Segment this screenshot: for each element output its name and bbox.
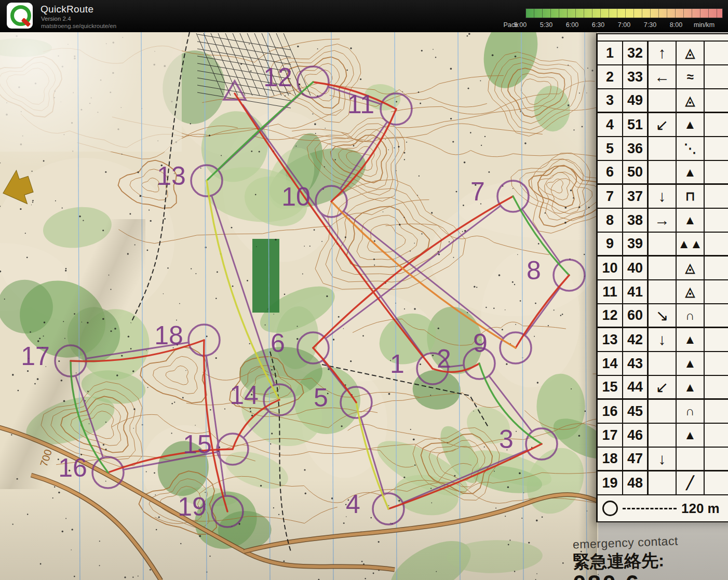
extra-cell xyxy=(705,400,728,423)
control-code: 41 xyxy=(623,280,649,303)
control-number: 9 xyxy=(598,233,623,255)
map-margin xyxy=(0,32,182,152)
control-code: 42 xyxy=(623,328,649,351)
control-code: 40 xyxy=(623,257,649,279)
svg-text:6: 6 xyxy=(271,329,285,358)
extra-cell xyxy=(705,376,728,398)
feature-symbol: ▲ xyxy=(677,424,705,447)
feature-symbol: ▲ xyxy=(677,328,705,351)
control-sheet-header-cut xyxy=(598,34,728,42)
extra-cell xyxy=(705,257,728,279)
feature-symbol: ▲ xyxy=(677,209,705,232)
feature-symbol: ╱ xyxy=(677,471,705,494)
svg-text:5: 5 xyxy=(314,383,328,412)
scale-distance-label: 120 m xyxy=(681,501,720,517)
feature-symbol: ▲ xyxy=(677,352,705,375)
pace-tick-label: 8:00 xyxy=(665,21,687,29)
control-row: 939▲▲ xyxy=(598,233,728,257)
control-code: 33 xyxy=(623,65,649,88)
extra-cell xyxy=(705,89,728,112)
app-url: matstroeng.se/quickroute/en xyxy=(41,23,116,29)
control-number: 5 xyxy=(598,137,623,160)
extra-cell xyxy=(705,185,728,208)
control-code: 32 xyxy=(623,42,649,64)
control-number: 1 xyxy=(598,42,623,64)
direction-symbol: ↓ xyxy=(649,448,677,470)
feature-symbol: ⋱ xyxy=(677,137,705,160)
control-number: 14 xyxy=(598,352,623,375)
svg-text:12: 12 xyxy=(263,63,292,92)
control-row: 1746▲ xyxy=(598,424,728,448)
control-code: 60 xyxy=(623,304,649,327)
control-number: 11 xyxy=(598,280,623,303)
feature-symbol: ∩ xyxy=(677,400,705,423)
control-number: 17 xyxy=(598,424,623,447)
direction-symbol: ↙ xyxy=(649,113,677,136)
control-code: 48 xyxy=(623,471,649,494)
direction-symbol xyxy=(649,257,677,279)
pace-tick-label: 5:00 xyxy=(509,21,532,29)
control-row: 1141◬ xyxy=(598,280,728,304)
control-row: 536⋱ xyxy=(598,137,728,161)
control-code: 49 xyxy=(623,89,649,112)
direction-symbol xyxy=(649,352,677,375)
feature-symbol: ⊓ xyxy=(677,185,705,208)
pace-tick-label: 7:00 xyxy=(613,21,636,29)
feature-symbol: ▲ xyxy=(677,376,705,398)
feature-symbol: ▲▲ xyxy=(677,233,705,255)
control-row: 233←≈ xyxy=(598,65,728,89)
feature-symbol: ◬ xyxy=(677,89,705,112)
dark-green-thicket xyxy=(252,239,279,313)
direction-symbol xyxy=(649,424,677,447)
svg-text:14: 14 xyxy=(230,381,259,410)
svg-text:8: 8 xyxy=(527,256,541,285)
direction-symbol xyxy=(649,471,677,494)
control-number: 16 xyxy=(598,400,623,423)
extra-cell xyxy=(705,209,728,232)
svg-text:9: 9 xyxy=(473,329,488,358)
svg-text:1: 1 xyxy=(390,349,405,379)
app-header: QuickRoute Version 2.4 matstroeng.se/qui… xyxy=(0,0,728,32)
extra-cell xyxy=(705,280,728,303)
control-row: 132↑◬ xyxy=(598,42,728,65)
finish-row: 120 m xyxy=(598,495,728,522)
extra-cell xyxy=(705,471,728,494)
svg-text:10: 10 xyxy=(281,182,311,211)
extra-cell xyxy=(705,233,728,255)
control-row: 650▲ xyxy=(598,161,728,185)
svg-text:13: 13 xyxy=(157,161,186,191)
extra-cell xyxy=(705,304,728,327)
svg-text:19: 19 xyxy=(178,492,207,521)
control-number: 18 xyxy=(598,448,623,470)
extra-cell xyxy=(705,352,728,375)
svg-text:15: 15 xyxy=(183,430,212,459)
control-number: 3 xyxy=(598,89,623,112)
control-row: 838→▲ xyxy=(598,209,728,233)
direction-symbol: ↑ xyxy=(649,42,677,64)
svg-text:17: 17 xyxy=(21,342,50,371)
svg-text:4: 4 xyxy=(346,490,360,519)
extra-cell xyxy=(705,42,728,64)
emergency-phone-partial: 080 6 xyxy=(573,570,640,580)
control-number: 2 xyxy=(598,65,623,88)
extra-cell xyxy=(705,448,728,470)
finish-dashed-line-icon xyxy=(623,508,677,509)
direction-symbol xyxy=(649,233,677,255)
control-row: 349◬ xyxy=(598,89,728,113)
feature-symbol: ◬ xyxy=(677,42,705,64)
control-row: 1645∩ xyxy=(598,400,728,424)
control-code: 51 xyxy=(623,113,649,136)
control-descriptions: 132↑◬233←≈349◬451↙▲536⋱650▲737↓⊓838→▲939… xyxy=(596,33,728,522)
control-code: 43 xyxy=(623,352,649,375)
control-number: 7 xyxy=(598,185,623,208)
feature-symbol: ≈ xyxy=(677,65,705,88)
control-code: 39 xyxy=(623,233,649,255)
control-row: 1948╱ xyxy=(598,471,728,495)
svg-text:16: 16 xyxy=(58,453,87,482)
finish-circle-icon xyxy=(602,501,618,516)
control-number: 12 xyxy=(598,304,623,327)
app-version: Version 2.4 xyxy=(41,16,71,22)
quickroute-window: QuickRoute Version 2.4 matstroeng.se/qui… xyxy=(0,0,728,580)
direction-symbol: ↘ xyxy=(649,304,677,327)
direction-symbol xyxy=(649,161,677,183)
